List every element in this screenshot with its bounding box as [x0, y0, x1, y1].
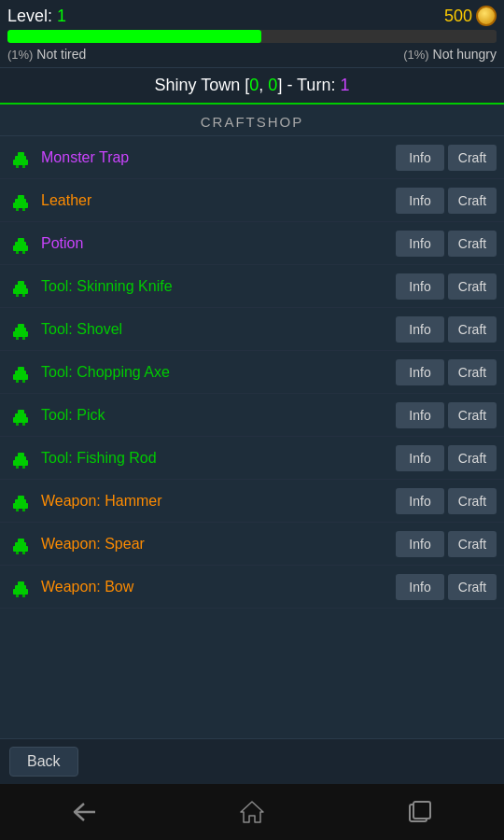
- svg-rect-49: [22, 552, 25, 554]
- craft-button[interactable]: Craft: [448, 402, 497, 428]
- craft-button[interactable]: Craft: [448, 445, 497, 471]
- craft-item-icon: [7, 145, 34, 171]
- info-button[interactable]: Info: [396, 359, 444, 385]
- info-button[interactable]: Info: [396, 188, 444, 214]
- location-bar: Shiny Town [0, 0] - Turn: 1: [0, 67, 504, 105]
- svg-rect-23: [16, 337, 19, 340]
- item-button-group: InfoCraft: [396, 402, 497, 428]
- svg-rect-34: [22, 423, 25, 426]
- list-item: Tool: Chopping AxeInfoCraft: [0, 351, 504, 394]
- item-button-group: InfoCraft: [396, 531, 497, 557]
- info-button[interactable]: Info: [396, 531, 444, 557]
- craft-button[interactable]: Craft: [448, 145, 497, 171]
- level-display: Level: 1: [7, 7, 66, 26]
- coord-y: 0: [268, 76, 277, 94]
- list-item: Tool: PickInfoCraft: [0, 394, 504, 437]
- craft-button[interactable]: Craft: [448, 316, 497, 343]
- svg-rect-43: [16, 509, 19, 511]
- svg-rect-33: [16, 423, 19, 426]
- item-button-group: InfoCraft: [396, 231, 497, 257]
- anvil-icon: [9, 576, 32, 598]
- tired-label: Not tired: [36, 47, 86, 62]
- hungry-pct: (1%): [403, 48, 428, 62]
- item-name: Potion: [41, 235, 396, 252]
- top-bar: Level: 1 500 (1%) Not tired (1%) Not hun…: [0, 0, 504, 67]
- list-item: Weapon: BowInfoCraft: [0, 566, 504, 609]
- tired-status: (1%) Not tired: [7, 47, 86, 62]
- list-item: Weapon: SpearInfoCraft: [0, 523, 504, 566]
- craft-button[interactable]: Craft: [448, 574, 497, 600]
- info-button[interactable]: Info: [396, 145, 444, 171]
- item-name: Tool: Shovel: [41, 321, 396, 338]
- item-button-group: InfoCraft: [396, 316, 497, 343]
- svg-rect-38: [16, 466, 19, 469]
- item-button-group: InfoCraft: [396, 488, 497, 514]
- back-area: Back: [0, 738, 504, 784]
- craft-item-icon: [7, 574, 34, 600]
- item-name: Weapon: Bow: [41, 579, 396, 595]
- svg-rect-14: [22, 251, 25, 254]
- svg-rect-13: [16, 251, 19, 254]
- item-button-group: InfoCraft: [396, 145, 497, 171]
- craft-button[interactable]: Craft: [448, 273, 497, 300]
- anvil-icon: [9, 447, 32, 469]
- nav-recent-button[interactable]: [401, 798, 439, 826]
- svg-rect-39: [22, 466, 25, 469]
- back-button[interactable]: Back: [9, 747, 78, 777]
- anvil-icon: [9, 147, 32, 169]
- craft-item-icon: [7, 359, 34, 385]
- svg-rect-32: [18, 410, 24, 414]
- town-name: Shiny Town: [155, 76, 241, 94]
- item-name: Tool: Fishing Rod: [41, 450, 396, 467]
- list-item: PotionInfoCraft: [0, 222, 504, 265]
- level-value: 1: [57, 7, 66, 25]
- svg-rect-44: [22, 509, 25, 511]
- list-item: Tool: ShovelInfoCraft: [0, 308, 504, 351]
- nav-home-button[interactable]: [233, 798, 271, 826]
- item-name: Leather: [41, 192, 396, 209]
- svg-rect-28: [16, 380, 19, 383]
- item-name: Tool: Skinning Knife: [41, 278, 396, 295]
- shop-title: CRAFTSHOP: [0, 105, 504, 136]
- hungry-label: Not hungry: [433, 47, 497, 62]
- craft-item-icon: [7, 488, 34, 514]
- svg-rect-42: [18, 496, 24, 500]
- anvil-icon: [9, 275, 32, 298]
- shop-container: CRAFTSHOP Monster TrapInfoCraft LeatherI…: [0, 105, 504, 738]
- turn-label: Turn:: [297, 76, 335, 94]
- info-button[interactable]: Info: [396, 231, 444, 257]
- item-name: Tool: Chopping Axe: [41, 364, 396, 381]
- craft-item-icon: [7, 402, 34, 428]
- info-button[interactable]: Info: [396, 402, 444, 428]
- svg-rect-37: [18, 453, 24, 457]
- tired-pct: (1%): [7, 48, 33, 62]
- svg-rect-19: [22, 294, 25, 297]
- craft-button[interactable]: Craft: [448, 359, 497, 385]
- svg-rect-27: [18, 367, 24, 371]
- svg-marker-56: [241, 802, 263, 822]
- svg-rect-52: [18, 581, 24, 586]
- info-button[interactable]: Info: [396, 574, 444, 600]
- list-item: Weapon: HammerInfoCraft: [0, 480, 504, 523]
- xp-bar-fill: [7, 30, 261, 43]
- craft-button[interactable]: Craft: [448, 188, 497, 214]
- anvil-icon: [9, 404, 32, 427]
- info-button[interactable]: Info: [396, 273, 444, 300]
- anvil-icon: [9, 318, 32, 341]
- info-button[interactable]: Info: [396, 488, 444, 514]
- craft-button[interactable]: Craft: [448, 488, 497, 514]
- nav-back-button[interactable]: [65, 798, 103, 826]
- craft-button[interactable]: Craft: [448, 231, 497, 257]
- info-button[interactable]: Info: [396, 316, 444, 343]
- svg-rect-7: [18, 195, 24, 200]
- item-button-group: InfoCraft: [396, 188, 497, 214]
- svg-rect-2: [18, 152, 24, 157]
- location-name: Shiny Town [0, 0] - Turn: 1: [155, 76, 350, 94]
- item-button-group: InfoCraft: [396, 574, 497, 600]
- coord-x: 0: [249, 76, 259, 94]
- anvil-icon: [9, 189, 32, 212]
- list-item: Monster TrapInfoCraft: [0, 136, 504, 179]
- craft-button[interactable]: Craft: [448, 531, 497, 557]
- level-label: Level:: [7, 7, 57, 25]
- info-button[interactable]: Info: [396, 445, 444, 471]
